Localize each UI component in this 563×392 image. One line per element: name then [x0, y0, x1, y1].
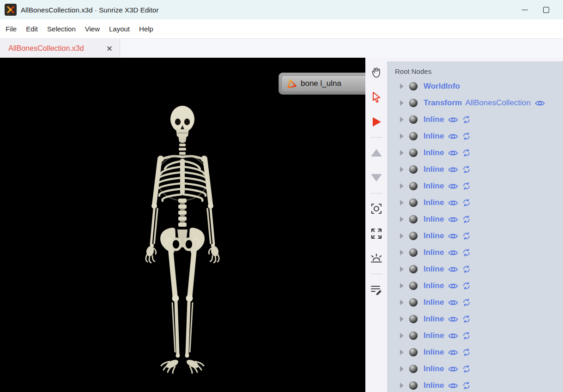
- tab-close-icon[interactable]: [106, 45, 113, 52]
- visibility-eye-icon[interactable]: [535, 100, 545, 107]
- visibility-eye-icon[interactable]: [448, 283, 458, 289]
- node-type-name[interactable]: Inline: [424, 148, 444, 157]
- node-type-name[interactable]: Inline: [424, 281, 444, 290]
- reload-icon[interactable]: [462, 149, 471, 157]
- tree-node-row[interactable]: Inline: [387, 161, 563, 178]
- node-type-name[interactable]: Transform: [424, 98, 462, 108]
- 3d-viewport[interactable]: bone l_ulna: [0, 58, 365, 392]
- tree-node-row[interactable]: Inline: [387, 228, 563, 244]
- visibility-eye-icon[interactable]: [448, 166, 458, 173]
- expand-caret-icon[interactable]: [400, 283, 404, 289]
- node-type-name[interactable]: Inline: [424, 248, 444, 257]
- menu-edit[interactable]: Edit: [21, 25, 42, 33]
- expand-caret-icon[interactable]: [400, 333, 404, 338]
- expand-caret-icon[interactable]: [400, 167, 404, 172]
- visibility-eye-icon[interactable]: [448, 150, 458, 157]
- expand-caret-icon[interactable]: [400, 100, 404, 106]
- center-view-icon[interactable]: [369, 202, 383, 216]
- node-type-name[interactable]: Inline: [424, 198, 444, 207]
- reload-icon[interactable]: [462, 132, 471, 140]
- reload-icon[interactable]: [462, 165, 471, 174]
- node-type-name[interactable]: Inline: [424, 314, 444, 324]
- reload-icon[interactable]: [462, 215, 471, 223]
- expand-caret-icon[interactable]: [400, 383, 404, 388]
- expand-caret-icon[interactable]: [400, 250, 404, 255]
- expand-caret-icon[interactable]: [400, 266, 404, 272]
- tree-node-row[interactable]: Transform AllBonesCollection: [387, 95, 563, 111]
- tree-node-row[interactable]: Inline: [387, 194, 563, 211]
- node-type-name[interactable]: Inline: [424, 364, 444, 374]
- menu-selection[interactable]: Selection: [42, 25, 80, 33]
- node-type-name[interactable]: Inline: [424, 265, 444, 274]
- node-type-name[interactable]: Inline: [424, 381, 444, 390]
- expand-caret-icon[interactable]: [400, 183, 404, 189]
- reload-icon[interactable]: [462, 298, 471, 307]
- fit-view-icon[interactable]: [369, 227, 383, 241]
- tree-node-row[interactable]: Inline: [387, 244, 563, 261]
- tab-allbonescollection[interactable]: AllBonesCollection.x3d: [0, 39, 120, 58]
- node-type-name[interactable]: Inline: [424, 331, 444, 340]
- menu-file[interactable]: File: [1, 25, 21, 33]
- tree-node-row[interactable]: Inline: [387, 211, 563, 228]
- node-type-name[interactable]: Inline: [424, 132, 444, 141]
- minimize-button[interactable]: [514, 2, 535, 17]
- move-up-icon[interactable]: [369, 146, 383, 160]
- visibility-eye-icon[interactable]: [448, 382, 458, 389]
- expand-caret-icon[interactable]: [400, 84, 404, 89]
- tree-node-row[interactable]: Inline: [387, 145, 563, 161]
- visibility-eye-icon[interactable]: [448, 349, 458, 356]
- visibility-eye-icon[interactable]: [448, 249, 458, 256]
- expand-caret-icon[interactable]: [400, 200, 404, 205]
- reload-icon[interactable]: [462, 348, 471, 356]
- reload-icon[interactable]: [462, 282, 471, 290]
- node-type-name[interactable]: Inline: [424, 165, 444, 174]
- reload-icon[interactable]: [462, 265, 471, 273]
- reload-icon[interactable]: [462, 365, 471, 373]
- visibility-eye-icon[interactable]: [448, 133, 458, 140]
- play-icon[interactable]: [369, 115, 383, 129]
- tree-node-row[interactable]: Inline: [387, 311, 563, 327]
- tree-node-row[interactable]: Inline: [387, 111, 563, 128]
- node-type-name[interactable]: Inline: [424, 181, 444, 191]
- expand-caret-icon[interactable]: [400, 366, 404, 372]
- node-type-name[interactable]: Inline: [424, 231, 444, 241]
- maximize-button[interactable]: [535, 2, 557, 17]
- expand-caret-icon[interactable]: [400, 133, 404, 139]
- expand-caret-icon[interactable]: [400, 150, 404, 156]
- expand-caret-icon[interactable]: [400, 217, 404, 222]
- tree-node-row[interactable]: Inline: [387, 327, 563, 344]
- reload-icon[interactable]: [462, 115, 471, 124]
- select-arrow-icon[interactable]: [369, 90, 383, 104]
- expand-caret-icon[interactable]: [400, 300, 404, 305]
- visibility-eye-icon[interactable]: [448, 183, 458, 190]
- visibility-eye-icon[interactable]: [448, 366, 458, 373]
- visibility-eye-icon[interactable]: [448, 233, 458, 240]
- reload-icon[interactable]: [462, 232, 471, 240]
- expand-caret-icon[interactable]: [400, 316, 404, 322]
- tree-node-row[interactable]: Inline: [387, 377, 563, 392]
- node-type-name[interactable]: WorldInfo: [424, 82, 460, 91]
- visibility-eye-icon[interactable]: [448, 332, 458, 339]
- visibility-eye-icon[interactable]: [448, 266, 458, 273]
- node-type-name[interactable]: Inline: [424, 348, 444, 357]
- reload-icon[interactable]: [462, 381, 471, 390]
- menu-help[interactable]: Help: [134, 25, 158, 33]
- tree-node-row[interactable]: Inline: [387, 361, 563, 377]
- reload-icon[interactable]: [462, 315, 471, 323]
- expand-caret-icon[interactable]: [400, 233, 404, 239]
- node-type-name[interactable]: Inline: [424, 115, 444, 124]
- menu-layout[interactable]: Layout: [104, 25, 134, 33]
- menu-view[interactable]: View: [80, 25, 104, 33]
- move-down-icon[interactable]: [369, 171, 383, 185]
- tree-node-row[interactable]: Inline: [387, 277, 563, 294]
- sunrise-light-icon[interactable]: [369, 252, 383, 265]
- visibility-eye-icon[interactable]: [448, 116, 458, 123]
- tree-node-row[interactable]: Inline: [387, 128, 563, 145]
- tree-node-row[interactable]: Inline: [387, 294, 563, 311]
- reload-icon[interactable]: [462, 182, 471, 190]
- tree-node-row[interactable]: Inline: [387, 178, 563, 194]
- visibility-eye-icon[interactable]: [448, 299, 458, 306]
- expand-caret-icon[interactable]: [400, 350, 404, 355]
- pan-hand-icon[interactable]: [369, 65, 383, 79]
- edit-script-icon[interactable]: [369, 283, 383, 296]
